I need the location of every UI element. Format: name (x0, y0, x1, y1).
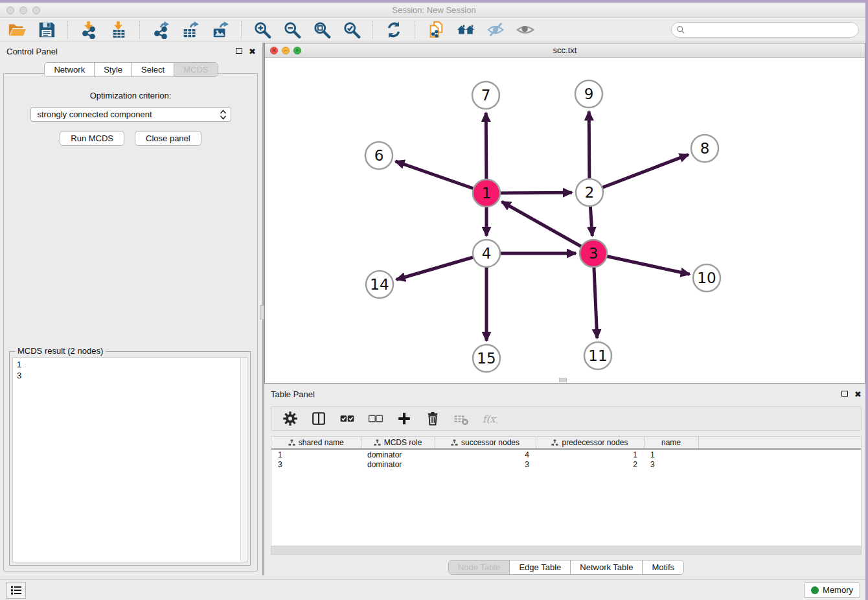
network-graph: 1234678910111415 (265, 58, 865, 383)
sort-column-icon (451, 439, 458, 446)
node-7[interactable]: 7 (472, 82, 499, 109)
optimization-criterion-label: Optimization criterion: (4, 91, 257, 100)
mcds-result-text[interactable]: 1 3 (12, 357, 247, 562)
node-3[interactable]: 3 (580, 240, 607, 267)
node-2[interactable]: 2 (576, 179, 603, 206)
hide-selected-button[interactable] (485, 20, 506, 40)
import-network-icon (80, 21, 98, 39)
export-image-button[interactable] (210, 20, 231, 40)
float-panel-icon[interactable] (236, 47, 242, 55)
network-window-titlebar[interactable]: ✕ – + scc.txt (265, 43, 865, 58)
network-canvas[interactable]: 1234678910111415 (265, 58, 865, 383)
table-hscrollbar[interactable] (271, 546, 862, 555)
toolbar-separator (139, 21, 140, 39)
column-header-filler (698, 437, 861, 449)
svg-text:6: 6 (374, 147, 384, 164)
edge-3-10[interactable] (593, 253, 690, 274)
window-frame-right (865, 0, 868, 600)
export-network-button[interactable] (150, 20, 171, 40)
zoom-selected-button[interactable] (341, 20, 362, 40)
zoom-in-button[interactable] (252, 20, 273, 40)
edge-2-8[interactable] (589, 155, 689, 192)
dropdown-stepper-icon (220, 110, 227, 120)
tab-network[interactable]: Network (45, 63, 95, 76)
zoom-selected-icon (343, 21, 361, 39)
zoom-out-button[interactable] (282, 20, 303, 40)
add-button[interactable] (396, 410, 413, 427)
add-icon (396, 411, 412, 426)
result-scrollbar[interactable] (240, 358, 247, 562)
svg-text:7: 7 (481, 87, 491, 104)
refresh-button[interactable] (383, 20, 404, 40)
column-split-icon (311, 411, 326, 426)
column-header-predecessor-nodes[interactable]: predecessor nodes (536, 437, 644, 449)
checked-pair-button[interactable] (339, 410, 356, 427)
memory-button-label: Memory (823, 585, 853, 595)
svg-text:8: 8 (700, 140, 710, 157)
column-header-MCDS-role[interactable]: MCDS role (361, 437, 435, 449)
zoom-fit-button[interactable] (312, 20, 332, 40)
node-6[interactable]: 6 (365, 142, 393, 169)
run-mcds-button[interactable]: Run MCDS (60, 131, 124, 146)
control-panel: Control Panel ✖ NetworkStyleSelectMCDS O… (0, 43, 262, 575)
tab-node-table[interactable]: Node Table (449, 560, 510, 574)
save-session-button[interactable] (36, 20, 57, 40)
toolbar-separator (415, 21, 415, 39)
node-15[interactable]: 15 (473, 345, 500, 372)
edge-3-1[interactable] (502, 202, 594, 253)
gear-button[interactable] (282, 410, 299, 427)
node-10[interactable]: 10 (693, 264, 720, 292)
title-bar[interactable]: Session: New Session (0, 3, 868, 18)
close-panel-icon[interactable]: ✖ (249, 47, 256, 56)
open-file-button[interactable] (6, 20, 27, 40)
memory-button[interactable]: Memory (804, 583, 860, 598)
import-network-button[interactable] (78, 20, 99, 40)
criterion-dropdown[interactable]: strongly connected component (30, 107, 231, 122)
edge-1-6[interactable] (396, 161, 487, 193)
main-toolbar (0, 18, 868, 41)
first-neighbors-icon (457, 21, 475, 39)
node-4[interactable]: 4 (473, 240, 500, 267)
table-float-panel-icon[interactable] (841, 390, 848, 398)
node-1[interactable]: 1 (473, 179, 500, 207)
node-14[interactable]: 14 (366, 271, 393, 298)
checked-pair-icon (339, 411, 355, 426)
node-table[interactable]: shared nameMCDS rolesuccessor nodesprede… (271, 436, 862, 546)
task-history-button[interactable] (6, 582, 26, 599)
toolbar-buttons (0, 20, 536, 40)
table-close-panel-icon[interactable]: ✖ (854, 390, 862, 398)
tab-motifs[interactable]: Motifs (643, 560, 683, 574)
tab-network-table[interactable]: Network Table (571, 560, 643, 574)
search-input[interactable] (671, 22, 859, 38)
table-row[interactable]: 3dominator323 (271, 459, 861, 470)
column-split-button[interactable] (310, 410, 327, 427)
table-panel-tabs: Node TableEdge TableNetwork TableMotifs (448, 560, 684, 575)
column-header-shared-name[interactable]: shared name (271, 437, 361, 449)
svg-text:f(x): f(x) (483, 413, 497, 425)
zoom-out-icon (283, 21, 301, 39)
node-9[interactable]: 9 (575, 80, 602, 108)
svg-text:2: 2 (585, 184, 595, 201)
sort-column-icon (551, 439, 558, 446)
table-row[interactable]: 1dominator411 (271, 449, 861, 459)
column-header-successor-nodes[interactable]: successor nodes (435, 437, 536, 449)
zoom-fit-icon (313, 21, 331, 39)
fx-icon: f(x) (482, 411, 497, 426)
network-window-title: scc.txt (265, 45, 865, 55)
trash-button[interactable] (424, 410, 441, 427)
tab-style[interactable]: Style (95, 63, 132, 76)
node-8[interactable]: 8 (691, 135, 718, 162)
first-neighbors-button[interactable] (455, 20, 476, 40)
unchecked-pair-button[interactable] (367, 410, 384, 427)
close-panel-button[interactable]: Close panel (135, 131, 201, 146)
network-resize-grip[interactable] (559, 378, 567, 382)
tab-mcds[interactable]: MCDS (174, 63, 217, 76)
tab-select[interactable]: Select (132, 63, 174, 76)
fx-button: f(x) (481, 410, 498, 427)
node-11[interactable]: 11 (584, 342, 611, 369)
export-table-button[interactable] (180, 20, 201, 40)
column-header-name[interactable]: name (644, 437, 698, 449)
tab-edge-table[interactable]: Edge Table (510, 560, 571, 574)
import-table-button[interactable] (108, 20, 129, 40)
new-network-from-selection-button[interactable] (426, 20, 446, 40)
